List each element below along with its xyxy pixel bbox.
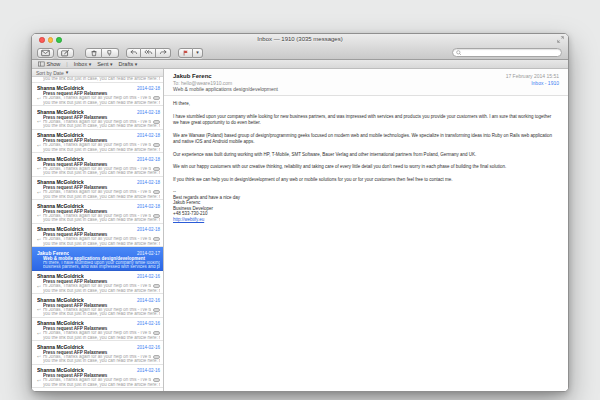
body-paragraph: If you think we can help you in design/d… bbox=[173, 177, 558, 184]
chevron-down-icon: ▾ bbox=[89, 62, 92, 67]
thumbs-down-icon bbox=[106, 49, 114, 57]
delete-button[interactable] bbox=[85, 48, 102, 58]
favorites-item-sent[interactable]: Sent ▾ bbox=[97, 61, 112, 67]
search-field[interactable] bbox=[452, 48, 562, 57]
list-item-text: Press request AFP Relaxnews Hi Jonas, Th… bbox=[43, 91, 160, 106]
junk-button[interactable] bbox=[102, 48, 119, 58]
thread-badge bbox=[153, 378, 160, 382]
message-meta: 17 February 2014 15:51 Inbox - 1910 bbox=[506, 73, 559, 86]
list-item[interactable]: Shanna McGoldrick 2014-02-18 ↩ Press req… bbox=[32, 153, 163, 177]
mailbox-link[interactable]: Inbox - 1910 bbox=[506, 80, 559, 86]
list-item-body: ↩ Press request AFP Relaxnews Hi Jonas, … bbox=[37, 326, 160, 341]
list-item-text: Press request AFP Relaxnews Hi Jonas, Th… bbox=[43, 77, 160, 82]
reply-all-icon bbox=[144, 49, 153, 56]
get-mail-button[interactable] bbox=[37, 48, 54, 58]
list-item-body: ↩ Press request AFP Relaxnews Hi Jonas, … bbox=[37, 232, 160, 247]
reply-button[interactable] bbox=[126, 48, 141, 58]
sort-label: Sort by Date bbox=[36, 70, 64, 76]
message-date: 17 February 2014 15:51 bbox=[506, 73, 559, 80]
list-item-body: ↩ Press request AFP Relaxnews Hi Jonas, … bbox=[37, 185, 160, 200]
compose-button[interactable] bbox=[57, 48, 74, 58]
list-item-text: Web & mobile applications design/develop… bbox=[43, 256, 160, 271]
list-item-body: ↩ Press request AFP Relaxnews Hi Jonas, … bbox=[37, 138, 160, 153]
thread-badge bbox=[153, 214, 160, 218]
list-item[interactable]: Jakub Ferenc 2014-02-17 ↩ Web & mobile a… bbox=[32, 247, 163, 271]
list-item[interactable]: Shanna McGoldrick 2014-02-16 ↩ Press req… bbox=[32, 365, 163, 389]
list-item[interactable]: Shanna McGoldrick 2014-02-18 ↩ Press req… bbox=[32, 177, 163, 201]
body-paragraph: Our experience was built during working … bbox=[173, 152, 558, 159]
list-item-text: Press request AFP Relaxnews Hi Jonas, Th… bbox=[43, 185, 160, 200]
list-item[interactable]: Shanna McGoldrick 2014-02-16 ↩ Press req… bbox=[32, 271, 163, 295]
envelope-icon bbox=[41, 49, 50, 57]
signature-block: --Best regards and have a nice dayJakub … bbox=[173, 189, 558, 223]
list-item[interactable]: Shanna McGoldrick 2014-02-16 ↩ Press req… bbox=[32, 294, 163, 318]
drafts-label: Drafts bbox=[119, 61, 134, 67]
list-item-body: ↩ Press request AFP Relaxnews Hi Jonas, … bbox=[37, 91, 160, 106]
flag-group: ▾ bbox=[178, 48, 203, 58]
list-item[interactable]: Shanna McGoldrick 2014-02-18 ↩ Press req… bbox=[32, 200, 163, 224]
favorites-bar: Show | Inbox ▾ Sent ▾ Drafts ▾ bbox=[32, 60, 568, 69]
forward-button[interactable] bbox=[156, 48, 171, 58]
thread-badge bbox=[153, 284, 160, 288]
message-list: Shanna McGoldrick 2014-02-18 ↩ Press req… bbox=[32, 77, 163, 391]
list-item-text: Press request AFP Relaxnews Hi Jonas, Th… bbox=[43, 162, 160, 177]
window-chrome: Inbox — 1910 (3035 messages) bbox=[32, 34, 568, 60]
flag-icon bbox=[182, 49, 190, 57]
flag-button[interactable] bbox=[178, 48, 193, 58]
forward-icon bbox=[159, 49, 168, 56]
list-item-text: Press request AFP Relaxnews Hi Jonas, Th… bbox=[43, 326, 160, 341]
body-paragraph: We win our happy customers with our crea… bbox=[173, 164, 558, 171]
list-item-body: ↩ Press request AFP Relaxnews Hi Jonas, … bbox=[37, 162, 160, 177]
list-item-body: ↩ Press request AFP Relaxnews Hi Jonas, … bbox=[37, 373, 160, 388]
compose-icon bbox=[61, 49, 70, 57]
mail-window: Inbox — 1910 (3035 messages) bbox=[31, 33, 569, 392]
list-item-body: ↩ Press request AFP Relaxnews Hi Jonas, … bbox=[37, 279, 160, 294]
sort-bar[interactable]: Sort by Date ▾ bbox=[32, 69, 163, 77]
signature-link[interactable]: http://webtify.eu bbox=[173, 217, 558, 223]
list-item[interactable]: Shanna McGoldrick 2014-02-16 ↩ Press req… bbox=[32, 341, 163, 365]
list-item[interactable]: Shanna McGoldrick 2014-02-16 ↩ Press req… bbox=[32, 388, 163, 391]
flag-dropdown-button[interactable]: ▾ bbox=[193, 48, 203, 58]
thread-badge bbox=[153, 355, 160, 359]
list-item-sender: Shanna McGoldrick bbox=[37, 391, 84, 392]
list-item-text: Press request AFP Relaxnews Hi Jonas, Th… bbox=[43, 232, 160, 247]
list-item-text: Press request AFP Relaxnews Hi Jonas, Th… bbox=[43, 350, 160, 365]
content-area: Sort by Date ▾ Shanna McGoldrick 2014-02… bbox=[32, 69, 568, 391]
favorites-item-drafts[interactable]: Drafts ▾ bbox=[119, 61, 138, 67]
message-header: Jakub Ferenc To: hello@weare1910.com Web… bbox=[164, 69, 568, 96]
thread-badge bbox=[153, 96, 160, 100]
list-item[interactable]: Shanna McGoldrick 2014-02-18 ↩ Press req… bbox=[32, 130, 163, 154]
window-title: Inbox — 1910 (3035 messages) bbox=[32, 36, 568, 42]
list-item-body: ↩ Press request AFP Relaxnews Hi Jonas, … bbox=[37, 350, 160, 365]
trash-icon bbox=[90, 49, 98, 57]
chevron-down-icon: ▾ bbox=[196, 50, 199, 55]
titlebar: Inbox — 1910 (3035 messages) bbox=[32, 34, 568, 46]
search-input[interactable] bbox=[462, 49, 558, 56]
favorites-item-inbox[interactable]: Inbox ▾ bbox=[74, 61, 91, 67]
list-item-body: ↩ Press request AFP Relaxnews Hi Jonas, … bbox=[37, 115, 160, 130]
favorites-separator: | bbox=[66, 61, 67, 67]
reply-icon bbox=[129, 49, 138, 56]
list-item[interactable]: Shanna McGoldrick 2014-02-16 ↩ Press req… bbox=[32, 318, 163, 342]
list-item-body: ↩ Press request AFP Relaxnews Hi Jonas, … bbox=[37, 303, 160, 318]
list-item-text: Press request AFP Relaxnews Hi Jonas, Th… bbox=[43, 209, 160, 224]
reply-all-button[interactable] bbox=[141, 48, 156, 58]
list-item-text: Press request AFP Relaxnews Hi Jonas, Th… bbox=[43, 138, 160, 153]
list-item-text: Press request AFP Relaxnews Hi Jonas, Th… bbox=[43, 279, 160, 294]
show-label: Show bbox=[47, 61, 61, 67]
message-view-pane: Jakub Ferenc To: hello@weare1910.com Web… bbox=[164, 69, 568, 391]
toolbar: ▾ bbox=[32, 46, 568, 59]
list-item[interactable]: Shanna McGoldrick 2014-02-18 ↩ Press req… bbox=[32, 224, 163, 248]
reply-group bbox=[126, 48, 171, 58]
body-paragraph: Hi there, bbox=[173, 101, 558, 108]
thread-badge bbox=[153, 143, 160, 147]
list-item[interactable]: Shanna McGoldrick 2014-02-18 ↩ Press req… bbox=[32, 83, 163, 107]
thread-badge bbox=[153, 167, 160, 171]
thread-badge bbox=[153, 331, 160, 335]
favorites-show-toggle[interactable]: Show bbox=[38, 61, 60, 67]
fullscreen-icon[interactable] bbox=[557, 36, 564, 43]
list-item-text: Press request AFP Relaxnews Hi Jonas, Th… bbox=[43, 115, 160, 130]
list-item[interactable]: Shanna McGoldrick 2014-02-18 ↩ Press req… bbox=[32, 106, 163, 130]
chevron-down-icon: ▾ bbox=[110, 62, 113, 67]
body-paragraph: I have stumbled upon your company while … bbox=[173, 114, 558, 127]
